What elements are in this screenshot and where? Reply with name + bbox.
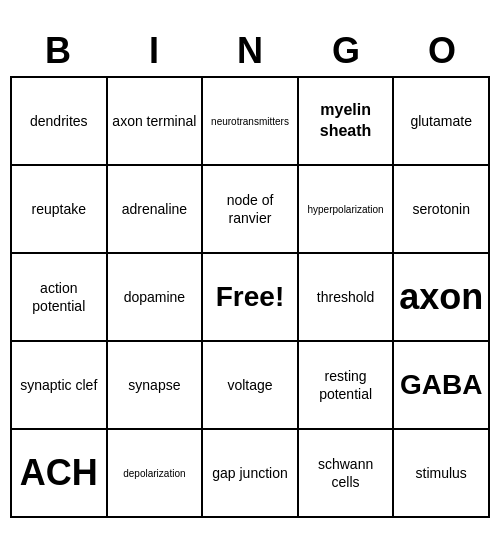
- cell-text-5: reuptake: [32, 200, 86, 218]
- bingo-cell-6: adrenaline: [108, 166, 204, 254]
- cell-text-10: action potential: [16, 279, 102, 315]
- bingo-cell-0: dendrites: [12, 78, 108, 166]
- bingo-cell-17: voltage: [203, 342, 299, 430]
- cell-text-8: hyperpolarization: [308, 203, 384, 216]
- bingo-cell-13: threshold: [299, 254, 395, 342]
- cell-text-4: glutamate: [410, 112, 471, 130]
- bingo-cell-16: synapse: [108, 342, 204, 430]
- bingo-cell-15: synaptic clef: [12, 342, 108, 430]
- bingo-cell-21: depolarization: [108, 430, 204, 518]
- cell-text-13: threshold: [317, 288, 375, 306]
- cell-text-11: dopamine: [124, 288, 186, 306]
- bingo-cell-4: glutamate: [394, 78, 490, 166]
- cell-text-19: GABA: [400, 367, 482, 403]
- cell-text-18: resting potential: [303, 367, 389, 403]
- cell-text-3: myelin sheath: [303, 100, 389, 142]
- bingo-card: BINGO dendritesaxon terminalneurotransmi…: [10, 26, 490, 518]
- bingo-cell-14: axon: [394, 254, 490, 342]
- cell-text-12: Free!: [216, 279, 284, 315]
- bingo-letter-I: I: [106, 26, 202, 76]
- bingo-letter-O: O: [394, 26, 490, 76]
- cell-text-21: depolarization: [123, 467, 185, 480]
- bingo-cell-24: stimulus: [394, 430, 490, 518]
- bingo-cell-1: axon terminal: [108, 78, 204, 166]
- bingo-grid: dendritesaxon terminalneurotransmittersm…: [10, 76, 490, 518]
- bingo-cell-19: GABA: [394, 342, 490, 430]
- bingo-cell-11: dopamine: [108, 254, 204, 342]
- bingo-cell-2: neurotransmitters: [203, 78, 299, 166]
- cell-text-9: serotonin: [412, 200, 470, 218]
- bingo-cell-10: action potential: [12, 254, 108, 342]
- cell-text-0: dendrites: [30, 112, 88, 130]
- bingo-letter-B: B: [10, 26, 106, 76]
- cell-text-17: voltage: [227, 376, 272, 394]
- bingo-cell-7: node of ranvier: [203, 166, 299, 254]
- bingo-cell-3: myelin sheath: [299, 78, 395, 166]
- bingo-cell-18: resting potential: [299, 342, 395, 430]
- bingo-cell-22: gap junction: [203, 430, 299, 518]
- cell-text-24: stimulus: [416, 464, 467, 482]
- bingo-cell-9: serotonin: [394, 166, 490, 254]
- cell-text-6: adrenaline: [122, 200, 187, 218]
- bingo-letter-N: N: [202, 26, 298, 76]
- bingo-letter-G: G: [298, 26, 394, 76]
- cell-text-1: axon terminal: [112, 112, 196, 130]
- cell-text-15: synaptic clef: [20, 376, 97, 394]
- cell-text-7: node of ranvier: [207, 191, 293, 227]
- bingo-header: BINGO: [10, 26, 490, 76]
- bingo-cell-23: schwann cells: [299, 430, 395, 518]
- cell-text-2: neurotransmitters: [211, 115, 289, 128]
- cell-text-14: axon: [399, 274, 483, 321]
- cell-text-20: ACH: [20, 450, 98, 497]
- bingo-cell-12: Free!: [203, 254, 299, 342]
- cell-text-16: synapse: [128, 376, 180, 394]
- bingo-cell-20: ACH: [12, 430, 108, 518]
- cell-text-22: gap junction: [212, 464, 288, 482]
- cell-text-23: schwann cells: [303, 455, 389, 491]
- bingo-cell-5: reuptake: [12, 166, 108, 254]
- bingo-cell-8: hyperpolarization: [299, 166, 395, 254]
